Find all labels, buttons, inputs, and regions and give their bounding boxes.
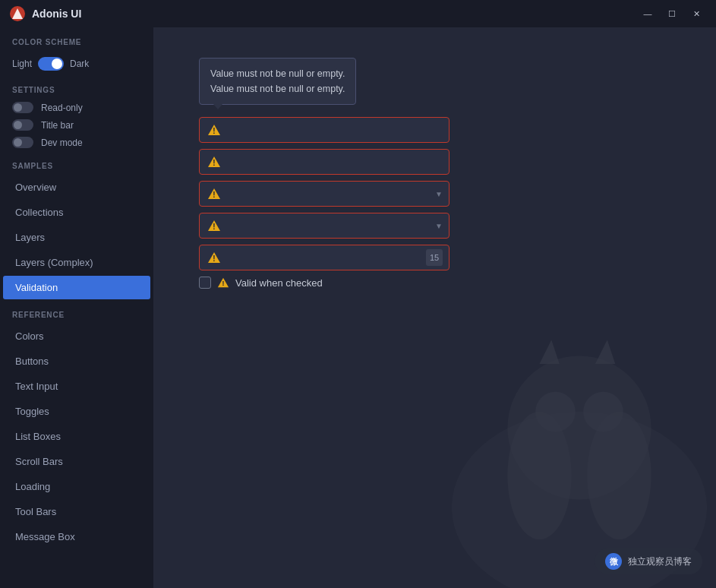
sidebar-item-buttons[interactable]: Buttons [3, 349, 150, 373]
titlebar-label: Title bar [41, 120, 74, 131]
field-input-1[interactable] [227, 125, 441, 136]
sidebar-item-loading[interactable]: Loading [3, 475, 150, 498]
sidebar-item-message-box[interactable]: Message Box [3, 525, 150, 548]
background-decoration [420, 284, 716, 588]
titlebar-toggle[interactable] [12, 119, 33, 131]
sidebar-item-toggles[interactable]: Toggles [3, 400, 150, 423]
minimize-button[interactable]: — [637, 5, 658, 22]
svg-text:!: ! [213, 127, 215, 135]
samples-label: SAMPLES [0, 151, 153, 175]
reference-label: REFERENCE [0, 300, 153, 324]
sidebar-item-layers[interactable]: Layers [3, 226, 150, 249]
warning-icon-5: ! [207, 251, 221, 264]
readonly-toggle[interactable] [12, 102, 33, 113]
svg-text:!: ! [213, 191, 215, 199]
sidebar-item-scroll-bars[interactable]: Scroll Bars [3, 450, 150, 473]
light-label: Light [12, 58, 32, 69]
warning-icon-4: ! [207, 219, 221, 232]
svg-point-6 [535, 392, 576, 432]
color-scheme-row: Light Dark [12, 57, 141, 71]
calendar-icon[interactable]: 15 [426, 249, 443, 266]
svg-point-4 [508, 412, 572, 539]
dark-label: Dark [70, 58, 89, 69]
validation-field-4[interactable]: ! ▼ [199, 213, 449, 239]
checkbox-row: ! Valid when checked [199, 277, 670, 289]
svg-text:!: ! [213, 159, 215, 167]
sidebar-item-text-input[interactable]: Text Input [3, 375, 150, 398]
tooltip-line2: Value must not be null or empty. [210, 81, 345, 96]
devmode-toggle[interactable] [12, 137, 33, 148]
title-bar-left: Adonis UI [0, 5, 81, 22]
field-select-4[interactable] [227, 220, 426, 232]
field-date-5[interactable] [227, 252, 441, 264]
valid-checkbox[interactable] [199, 277, 211, 289]
validation-area: Value must not be null or empty. Value m… [153, 27, 716, 319]
svg-text:!: ! [222, 280, 225, 287]
field-select-3[interactable] [227, 188, 426, 200]
sidebar-item-colors[interactable]: Colors [3, 324, 150, 348]
svg-point-7 [583, 392, 623, 432]
devmode-label: Dev mode [41, 138, 83, 148]
warning-icon-checkbox: ! [217, 277, 229, 289]
validation-field-1[interactable]: ! [199, 117, 449, 143]
svg-marker-9 [595, 340, 615, 365]
warning-icon-3: ! [207, 187, 221, 201]
setting-devmode: Dev mode [0, 134, 153, 151]
warning-icon-1: ! [207, 123, 221, 137]
svg-point-3 [508, 356, 651, 500]
title-bar-controls: — ☐ ✕ [637, 5, 707, 22]
setting-titlebar: Title bar [0, 116, 153, 134]
dropdown-arrow-3: ▼ [435, 190, 443, 198]
readonly-label: Read-only [41, 103, 83, 113]
tooltip-line1: Value must not be null or empty. [210, 66, 345, 81]
app-title: Adonis UI [32, 8, 81, 20]
svg-text:!: ! [213, 254, 215, 263]
main-layout: COLOR SCHEME Light Dark SETTINGS Read-on… [0, 27, 716, 588]
svg-marker-8 [540, 340, 560, 365]
color-scheme-section: Light Dark [0, 51, 153, 75]
watermark-text: 独立观察员博客 [628, 555, 692, 568]
sidebar: COLOR SCHEME Light Dark SETTINGS Read-on… [0, 27, 153, 588]
svg-text:!: ! [213, 223, 215, 231]
watermark-icon: 微 [605, 553, 622, 570]
color-scheme-toggle[interactable] [38, 57, 64, 71]
app-logo-icon [9, 5, 26, 22]
sidebar-item-collections[interactable]: Collections [3, 201, 150, 224]
setting-readonly: Read-only [0, 99, 153, 116]
close-button[interactable]: ✕ [686, 5, 707, 22]
sidebar-item-layers-complex[interactable]: Layers (Complex) [3, 251, 150, 274]
validation-tooltip: Value must not be null or empty. Value m… [199, 58, 356, 105]
checkbox-label: Valid when checked [235, 277, 323, 289]
content-area: Value must not be null or empty. Value m… [153, 27, 716, 588]
maximize-button[interactable]: ☐ [661, 5, 683, 22]
color-scheme-label: COLOR SCHEME [0, 27, 153, 51]
warning-icon-2: ! [207, 155, 221, 169]
sidebar-item-overview[interactable]: Overview [3, 175, 150, 199]
dropdown-arrow-4: ▼ [435, 222, 443, 230]
sidebar-item-validation[interactable]: Validation [3, 276, 150, 299]
sidebar-item-tool-bars[interactable]: Tool Bars [3, 500, 150, 523]
sidebar-item-list-boxes[interactable]: List Boxes [3, 425, 150, 448]
validation-field-5[interactable]: ! 15 [199, 245, 449, 270]
validation-field-2[interactable]: ! [199, 149, 449, 175]
validation-field-3[interactable]: ! ▼ [199, 181, 449, 207]
settings-label: SETTINGS [0, 75, 153, 99]
title-bar: Adonis UI — ☐ ✕ [0, 0, 716, 27]
field-input-2[interactable] [227, 156, 441, 168]
watermark: 微 独立观察员博客 [595, 548, 702, 574]
svg-point-5 [588, 412, 651, 539]
